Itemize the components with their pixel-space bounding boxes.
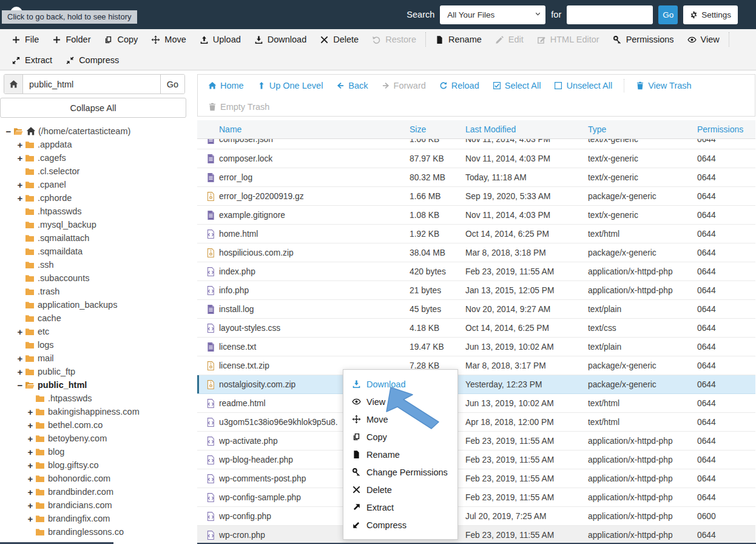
expander-icon[interactable]: + [25, 433, 35, 444]
file-row-info-php[interactable]: info.php21 bytesJan 13, 2015, 12:05 PMap… [197, 281, 755, 300]
expander-icon[interactable]: + [25, 407, 35, 417]
expander-icon[interactable]: + [25, 420, 35, 430]
file-row-error-log-20200919-gz[interactable]: error_log-20200919.gz1.66 MBSep 19, 2020… [197, 187, 755, 206]
column-header-type[interactable]: Type [588, 124, 697, 134]
tree-item-etc[interactable]: +etc [0, 325, 193, 338]
settings-button[interactable]: Settings [683, 5, 738, 24]
expander-icon[interactable]: + [25, 460, 35, 471]
toolbar-button-file[interactable]: File [5, 29, 46, 50]
file-row-license-txt-zip[interactable]: license.txt.zip7.28 KBMar 8, 2018, 3:17 … [197, 356, 755, 375]
toolbar-button-permissions[interactable]: Permissions [606, 29, 681, 50]
tree-item-blog[interactable]: +blog [0, 445, 193, 458]
tree-item-bethel-com-co[interactable]: +bethel.com.co [0, 418, 193, 432]
expander-icon[interactable]: + [25, 500, 35, 511]
expander-icon[interactable]: + [15, 180, 25, 190]
column-header-size[interactable]: Size [410, 124, 465, 134]
tree-item-sqmaildata[interactable]: .sqmaildata [0, 245, 193, 258]
column-header-name[interactable]: Name [219, 124, 410, 134]
nav-link-unselect-all[interactable]: Unselect All [547, 81, 619, 90]
column-header-last-modified[interactable]: Last Modified [465, 124, 588, 134]
tree-item-mail[interactable]: +mail [0, 352, 193, 365]
nav-link-home[interactable]: Home [201, 81, 251, 90]
tree-item-brandinglessons-co[interactable]: brandinglessons.co [0, 525, 193, 539]
toolbar-button-folder[interactable]: Folder [46, 29, 97, 50]
toolbar-button-download[interactable]: Download [248, 29, 314, 50]
tree-item-subaccounts[interactable]: .subaccounts [0, 271, 193, 285]
toolbar-button-view[interactable]: View [681, 29, 726, 50]
menu-item-compress[interactable]: Compress [343, 516, 457, 534]
nav-link-reload[interactable]: Reload [433, 81, 486, 90]
tree-item-public-ftp[interactable]: +public_ftp [0, 365, 193, 378]
file-row-composer-json[interactable]: composer.json1.06 KBNov 11, 2014, 4:03 P… [197, 139, 755, 149]
tree-item-trash[interactable]: .trash [0, 285, 193, 298]
expander-icon[interactable]: + [15, 140, 25, 150]
toolbar-button-compress[interactable]: Compress [59, 50, 126, 70]
search-scope-select[interactable]: All Your Files [440, 5, 545, 24]
toolbar-button-move[interactable]: Move [144, 29, 192, 50]
tree-item-ssh[interactable]: .ssh [0, 258, 193, 271]
expander-icon[interactable]: + [25, 487, 35, 497]
file-row-example-gitignore[interactable]: example.gitignore1.08 KBNov 11, 2014, 4:… [197, 206, 755, 225]
file-row-index-php[interactable]: index.php420 bytesFeb 23, 2019, 11:55 AM… [197, 262, 755, 281]
nav-link-select-all[interactable]: Select All [486, 81, 548, 90]
file-row-wp-blog-header-php[interactable]: wp-blog-header.phpFeb 23, 2019, 11:55 AM… [197, 450, 755, 469]
tree-item-bohonordic-com[interactable]: +bohonordic.com [0, 472, 193, 485]
file-row-wp-activate-php[interactable]: wp-activate.phpFeb 23, 2019, 11:55 AMapp… [197, 432, 755, 450]
tree-item-cpanel[interactable]: +.cpanel [0, 178, 193, 191]
file-row-nostalgiosity-com-zip[interactable]: nostalgiosity.com.zipYesterday, 12:23 PM… [197, 375, 755, 394]
file-row-layout-styles-css[interactable]: layout-styles.css4.18 KBOct 14, 2014, 6:… [197, 319, 755, 338]
nav-link-up-one-level[interactable]: Up One Level [251, 81, 330, 90]
column-header-permissions[interactable]: Permissions [697, 124, 755, 134]
tree-item-cache[interactable]: cache [0, 311, 193, 325]
file-row-wp-config-php[interactable]: wp-config.phpJul 20, 2019, 7:25 AMapplic… [197, 507, 755, 526]
expander-icon[interactable]: + [15, 353, 25, 364]
menu-item-rename[interactable]: Rename [343, 446, 457, 463]
expander-icon[interactable]: + [15, 327, 25, 337]
file-row-u3gom51c38io96e9khlok9p5u8[interactable]: u3gom51c38io96e9khlok9p5u8.Apr 18, 2018,… [197, 413, 755, 432]
search-input[interactable] [567, 5, 653, 24]
home-icon[interactable] [4, 75, 23, 93]
tree-item-logs[interactable]: logs [0, 338, 193, 352]
toolbar-button-upload[interactable]: Upload [193, 29, 248, 50]
toolbar-button-rename[interactable]: Rename [428, 29, 488, 50]
tree-item-bakingishappiness-com[interactable]: +bakingishappiness.com [0, 405, 193, 418]
tree-item-brandbinder-com[interactable]: +brandbinder.com [0, 485, 193, 498]
tree-item-cphorde[interactable]: +.cphorde [0, 191, 193, 205]
expander-icon[interactable]: + [15, 193, 25, 203]
nav-link-view-trash[interactable]: View Trash [629, 81, 698, 90]
collapse-all-button[interactable]: Collapse All [0, 98, 186, 118]
tree-item-sqmailattach[interactable]: .sqmailattach [0, 231, 193, 245]
path-input[interactable] [23, 75, 160, 93]
tree-item-htpasswds[interactable]: .htpasswds [0, 392, 193, 405]
tree-item-cl-selector[interactable]: .cl.selector [0, 165, 193, 178]
path-go-button[interactable]: Go [160, 75, 184, 93]
menu-item-change-permissions[interactable]: Change Permissions [343, 463, 457, 481]
tree-item-cagefs[interactable]: +.cagefs [0, 151, 193, 165]
toolbar-button-delete[interactable]: Delete [313, 29, 365, 50]
file-row-hospilicious-com-zip[interactable]: hospilicious.com.zip38.04 MBMar 8, 2018,… [197, 243, 755, 262]
expander-icon[interactable]: + [25, 514, 35, 524]
tree-item-brandicians-com[interactable]: +brandicians.com [0, 498, 193, 512]
expander-icon[interactable]: + [25, 474, 35, 484]
file-row-readme-html[interactable]: readme.htmlJun 13, 2019, 10:02 AMtext/ht… [197, 394, 755, 413]
tree-item-brandingfix-com[interactable]: +brandingfix.com [0, 512, 193, 525]
file-row-wp-config-sample-php[interactable]: wp-config-sample.phpFeb 23, 2019, 11:55 … [197, 488, 755, 507]
tree-item-application-backups[interactable]: application_backups [0, 298, 193, 311]
tree-item-appdata[interactable]: +.appdata [0, 138, 193, 151]
search-go-button[interactable]: Go [658, 5, 678, 24]
tree-item-mysql-backup[interactable]: .mysql_backup [0, 218, 193, 231]
file-row-home-html[interactable]: home.html1.92 KBOct 14, 2014, 6:25 PMtex… [197, 225, 755, 243]
tree-item-public-html[interactable]: −public_html [0, 378, 193, 392]
menu-item-delete[interactable]: Delete [343, 481, 457, 498]
file-row-wp-comments-post-php[interactable]: wp-comments-post.phpFeb 23, 2019, 11:55 … [197, 469, 755, 488]
tree-item-home-catertasticteam[interactable]: −(/home/catertasticteam) [0, 124, 193, 138]
tree-item-htpasswds[interactable]: .htpasswds [0, 205, 193, 218]
tree-item-betoybeny-com[interactable]: +betoybeny.com [0, 432, 193, 445]
expander-icon[interactable]: − [15, 380, 25, 390]
expander-icon[interactable]: − [4, 126, 13, 137]
menu-item-extract[interactable]: Extract [343, 498, 457, 516]
file-row-error-log[interactable]: error_log80.32 MBToday, 11:18 AMtext/x-g… [197, 168, 755, 187]
file-row-composer-lock[interactable]: composer.lock87.97 KBNov 11, 2014, 4:03 … [197, 149, 755, 168]
toolbar-button-extract[interactable]: Extract [5, 50, 59, 70]
expander-icon[interactable]: + [15, 153, 25, 163]
